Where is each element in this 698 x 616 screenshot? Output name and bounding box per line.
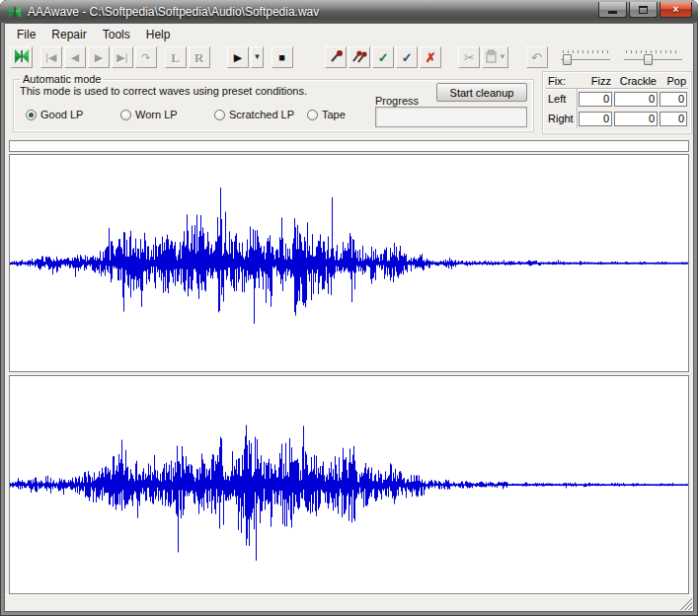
slider-thumb[interactable]: [563, 54, 572, 65]
timeline-ruler[interactable]: [9, 140, 689, 152]
radio-good-lp[interactable]: Good LP: [26, 109, 83, 120]
radio-button-icon: [214, 110, 225, 120]
check-pen-icon: ✓: [402, 51, 413, 64]
replay-button[interactable]: ↷: [135, 46, 157, 68]
check-icon: ✓: [378, 51, 389, 64]
left-channel-button[interactable]: L: [165, 46, 187, 68]
right-channel-label: R: [194, 51, 203, 64]
go-end-icon: ▶|: [116, 52, 127, 63]
cut-button[interactable]: ✂: [458, 46, 480, 68]
fix-row-left-label: Left: [546, 89, 578, 109]
menu-bar: File Repair Tools Help: [5, 24, 693, 44]
red-x-icon: ✗: [426, 51, 436, 64]
paste-dropdown-button[interactable]: ▼: [482, 46, 508, 68]
title-bar[interactable]: AAAwave - C:\Softpedia\Softpedia\Audio\S…: [0, 0, 698, 23]
mode-description: This mode is used to correct waves using…: [20, 85, 307, 97]
menu-item-repair[interactable]: Repair: [43, 26, 94, 43]
slider-thumb[interactable]: [644, 54, 653, 65]
waveform-right-channel[interactable]: [10, 376, 689, 593]
maximize-icon: [639, 6, 648, 14]
chevron-down-icon: ▼: [499, 53, 506, 61]
replay-icon: ↷: [141, 52, 150, 63]
maximize-button[interactable]: [629, 2, 658, 18]
close-icon: ×: [673, 5, 679, 15]
caption-buttons: ×: [598, 2, 692, 18]
mark-pop-button[interactable]: [325, 46, 347, 68]
clipboard-icon: [485, 49, 498, 65]
radio-button-icon: [307, 110, 318, 120]
mark-multiple-pops-button[interactable]: [349, 46, 370, 68]
menu-item-tools[interactable]: Tools: [95, 26, 138, 43]
minimize-icon: [608, 11, 617, 14]
butterfly-icon: [13, 48, 31, 66]
stop-icon: ■: [278, 52, 285, 63]
client-area: File Repair Tools Help |◀ ◀: [4, 23, 694, 612]
waveform-left-channel[interactable]: [10, 155, 689, 371]
automatic-mode-legend: Automatic mode: [20, 73, 104, 85]
left-crackle-field[interactable]: 0: [614, 92, 658, 107]
progress-bar: [375, 107, 527, 127]
automatic-mode-group: Automatic mode This mode is used to corr…: [13, 73, 534, 132]
slider-ticks: [563, 50, 608, 53]
app-logo-button[interactable]: [10, 46, 33, 68]
scissors-icon: ✂: [464, 51, 475, 64]
window-title: AAAwave - C:\Softpedia\Softpedia\Audio\S…: [28, 5, 598, 19]
radio-label: Worn LP: [135, 109, 178, 120]
fix-panel: Fix: Fizz Crackle Pop Left 0 0 0 Right 0…: [542, 71, 692, 134]
slider-track: [624, 59, 682, 61]
undo-button[interactable]: ↶: [526, 46, 548, 68]
step-forward-button[interactable]: ▶: [88, 46, 110, 68]
play-options-dropdown[interactable]: ▼: [251, 46, 264, 68]
right-fizz-field[interactable]: 0: [579, 112, 612, 126]
waveform-panel-left-channel: [9, 154, 689, 372]
play-button[interactable]: ▶: [227, 46, 249, 68]
double-pop-marker-icon: [351, 49, 367, 66]
fix-title: Fix:: [546, 74, 578, 89]
right-crackle-field[interactable]: 0: [614, 112, 658, 126]
play-icon: ▶: [234, 52, 242, 63]
volume-slider[interactable]: [624, 48, 682, 66]
radio-label: Scratched LP: [229, 109, 294, 120]
fix-col-crackle: Crackle: [613, 74, 659, 89]
radio-tape[interactable]: Tape: [307, 109, 346, 120]
control-row: Automatic mode This mode is used to corr…: [5, 71, 693, 136]
radio-worn-lp[interactable]: Worn LP: [120, 109, 178, 120]
pop-marker-icon: [329, 49, 344, 66]
stop-button[interactable]: ■: [271, 46, 293, 68]
menu-item-help[interactable]: Help: [138, 26, 179, 43]
go-start-button[interactable]: |◀: [40, 46, 62, 68]
radio-scratched-lp[interactable]: Scratched LP: [214, 109, 294, 120]
fix-col-pop: Pop: [659, 74, 688, 89]
radio-label: Tape: [322, 109, 346, 120]
fix-row-right-label: Right: [546, 109, 578, 128]
menu-item-file[interactable]: File: [9, 26, 43, 43]
radio-label: Good LP: [40, 109, 83, 120]
chevron-down-icon: ▼: [253, 53, 261, 61]
fix-col-fizz: Fizz: [578, 74, 613, 89]
radio-button-icon: [26, 110, 37, 120]
right-channel-button[interactable]: R: [189, 46, 210, 68]
left-pop-field[interactable]: 0: [659, 92, 687, 107]
toolbar: |◀ ◀ ▶ ▶| ↷ L R ▶ ▼ ■ ✓: [5, 44, 693, 71]
go-end-button[interactable]: ▶|: [112, 46, 133, 68]
fix-grid: Fix: Fizz Crackle Pop Left 0 0 0 Right 0…: [546, 74, 688, 128]
resize-grip[interactable]: [679, 597, 692, 610]
go-start-icon: |◀: [45, 52, 56, 63]
window-app-icon: [7, 5, 23, 19]
apply-fix-button[interactable]: ✓: [372, 46, 394, 68]
radio-button-icon: [120, 110, 131, 120]
start-cleanup-button[interactable]: Start cleanup: [436, 83, 527, 102]
zoom-slider[interactable]: [561, 48, 610, 66]
left-fizz-field[interactable]: 0: [579, 92, 612, 107]
right-pop-field[interactable]: 0: [659, 112, 687, 126]
step-forward-icon: ▶: [95, 52, 103, 63]
progress-label: Progress: [375, 95, 419, 107]
remove-marks-button[interactable]: ✗: [420, 46, 441, 68]
close-button[interactable]: ×: [659, 2, 692, 18]
minimize-button[interactable]: [598, 2, 627, 18]
verify-fix-button[interactable]: ✓: [396, 46, 418, 68]
waveform-panel-right-channel: [9, 375, 689, 594]
status-bar: [5, 594, 693, 611]
app-window: AAAwave - C:\Softpedia\Softpedia\Audio\S…: [0, 0, 698, 616]
step-back-button[interactable]: ◀: [64, 46, 86, 68]
